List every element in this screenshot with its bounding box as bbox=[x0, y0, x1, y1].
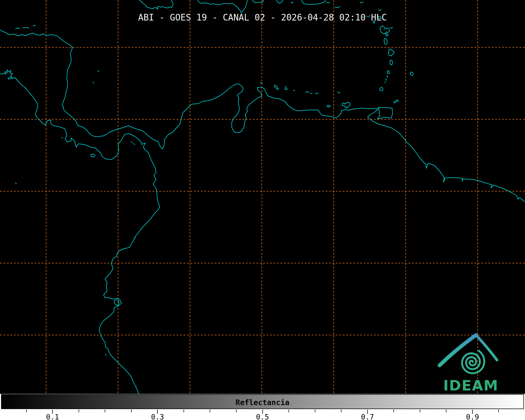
coastline-coche bbox=[345, 108, 346, 108]
coastline-curacao bbox=[274, 85, 279, 89]
coastline-isla-cano bbox=[62, 137, 63, 138]
coastline-pacific-mainland bbox=[0, 70, 160, 394]
coastline-la-orchila bbox=[315, 93, 318, 94]
image-title: ABI - GOES 19 - CANAL 02 - 2026-04-28 02… bbox=[0, 12, 525, 23]
coastline-providencia bbox=[98, 71, 99, 72]
coastline-grenada bbox=[380, 87, 383, 91]
colorbar-tick-label: 0.5 bbox=[256, 414, 269, 420]
coastline-puna bbox=[114, 300, 119, 305]
coastline-las-aves bbox=[294, 90, 295, 91]
coastline-saona-fragment bbox=[276, 0, 283, 3]
coastline-barbados bbox=[410, 72, 413, 76]
colorbar-minor-tick bbox=[210, 410, 210, 412]
coastline-st-croix bbox=[335, 7, 340, 8]
colorbar-minor-tick bbox=[393, 410, 394, 412]
coastline-la-tortuga bbox=[327, 105, 330, 107]
colorbar-minor-tick bbox=[498, 410, 499, 412]
coastline-barbuda bbox=[379, 9, 381, 11]
logo-mountain-right-slope bbox=[476, 335, 497, 360]
coastline-grenadines-3 bbox=[385, 82, 385, 83]
coastline-bay-islands-roatan bbox=[23, 27, 29, 28]
coastline-grenadines-1 bbox=[387, 76, 388, 78]
logo-text: IDEAM bbox=[443, 377, 498, 394]
colorbar-tick-label: 0.3 bbox=[151, 414, 164, 420]
colorbar-tick-label: 0.7 bbox=[361, 414, 374, 420]
colorbar-minor-tick bbox=[420, 410, 420, 412]
colorbar-gradient: Reflectancia bbox=[1, 394, 524, 409]
colorbar: Reflectancia 0.10.30.50.70.9 bbox=[0, 394, 525, 420]
coastline-vieques bbox=[327, 2, 330, 3]
coastline-margarita bbox=[342, 102, 350, 108]
coastline-grenadines-2 bbox=[385, 79, 386, 81]
coastline-st-lucia bbox=[390, 60, 393, 65]
coastline-trinidad bbox=[377, 107, 393, 119]
coastline-lobos-de-tierra bbox=[105, 354, 106, 355]
colorbar-minor-tick bbox=[315, 410, 315, 412]
coastline-guadeloupe bbox=[380, 26, 390, 34]
coastline-anguilla bbox=[360, 2, 363, 3]
colorbar-tick-label: 0.1 bbox=[46, 414, 59, 420]
coastline-hispaniola-south bbox=[198, 0, 247, 13]
coastline-isla-del-coco bbox=[15, 183, 17, 184]
coastline-los-roques bbox=[306, 92, 309, 92]
coastline-bay-islands-guanaja bbox=[33, 25, 35, 26]
coastline-desirade bbox=[390, 27, 393, 28]
coastline-jamaica bbox=[139, 0, 173, 9]
coastline-caribbean-mainland bbox=[0, 30, 525, 202]
colorbar-minor-tick bbox=[184, 410, 184, 412]
coastline-san-andres bbox=[93, 82, 94, 83]
colorbar-minor-tick bbox=[446, 410, 446, 412]
colorbar-label: Reflectancia bbox=[2, 398, 523, 407]
coastline-la-blanquilla bbox=[338, 92, 340, 93]
coastline-dominica bbox=[384, 38, 387, 44]
coastline-st-vincent bbox=[387, 71, 389, 74]
colorbar-tick-label: 0.9 bbox=[466, 414, 479, 420]
coastline-bonaire bbox=[284, 86, 287, 90]
logo-cyclone-spiral-icon bbox=[462, 351, 484, 373]
satellite-viewer: ABI - GOES 19 - CANAL 02 - 2026-04-28 02… bbox=[0, 0, 525, 420]
colorbar-minor-tick bbox=[79, 410, 79, 412]
coastline-mona bbox=[291, 2, 293, 3]
colorbar-minor-tick bbox=[131, 410, 132, 412]
colorbar-minor-tick bbox=[236, 410, 237, 412]
colorbar-minor-tick bbox=[26, 410, 27, 412]
coastline-tobago bbox=[393, 100, 398, 103]
coastline-bay-islands-utila bbox=[15, 28, 20, 29]
colorbar-minor-tick bbox=[105, 410, 105, 412]
coastline-pearl-islands-2 bbox=[133, 144, 135, 145]
ideam-logo: IDEAM bbox=[437, 331, 517, 394]
colorbar-minor-tick bbox=[341, 410, 341, 412]
coastline-puerto-rico-south bbox=[302, 0, 325, 5]
coastline-los-roques-2 bbox=[311, 93, 312, 94]
coastline-pearl-islands-1 bbox=[131, 142, 132, 143]
coastline-marie-galante bbox=[386, 34, 388, 36]
coastline-coiba bbox=[91, 154, 95, 157]
coastline-martinique bbox=[388, 49, 394, 56]
colorbar-minor-tick bbox=[288, 410, 289, 412]
